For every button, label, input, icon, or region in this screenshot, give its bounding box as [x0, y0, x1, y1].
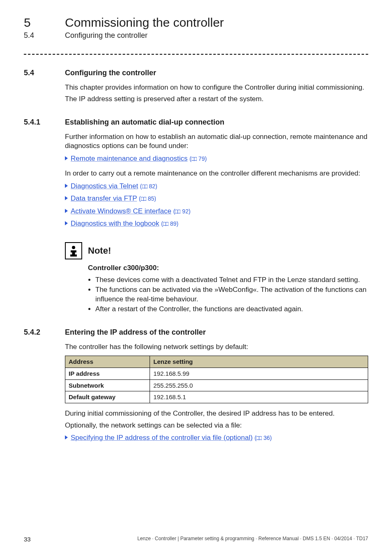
xref-link[interactable]: Remote maintenance and diagnostics (79)	[65, 154, 368, 163]
xref-link[interactable]: Activate Windows® CE interface (92)	[65, 207, 368, 216]
note-item: The functions can be activated via the »…	[95, 285, 368, 304]
xref-page: 79	[198, 155, 205, 162]
xref-link[interactable]: Specifying the IP address of the control…	[65, 433, 368, 442]
xref-page: 89	[170, 220, 177, 227]
note-callout: Note! Controller c300/p300: These device…	[65, 242, 368, 314]
xref-link[interactable]: Diagnostics with the logbook (89)	[65, 219, 368, 228]
section-heading-5-4: Configuring the controller	[65, 69, 156, 77]
xref-label: Diagnostics with the logbook	[71, 220, 159, 227]
paragraph: During initial commissioning of the Cont…	[65, 409, 368, 418]
paragraph: Further information on how to establish …	[65, 132, 368, 151]
table-header: Address	[65, 356, 150, 368]
note-item: These devices come with a deactivated Te…	[95, 275, 368, 284]
section-number-5-4-2: 5.4.2	[24, 328, 65, 337]
paragraph: The controller has the following network…	[65, 342, 368, 352]
footer-line: Lenze · Controller | Parameter setting &…	[137, 536, 368, 543]
paragraph: Optionally, the network settings can be …	[65, 421, 368, 430]
table-cell: 255.255.255.0	[150, 379, 368, 391]
page-footer: 33 Lenze · Controller | Parameter settin…	[24, 536, 368, 543]
table-row: Default gateway 192.168.5.1	[65, 391, 368, 403]
table-cell: 192.168.5.99	[150, 368, 368, 379]
section-number-5-4-1: 5.4.1	[24, 118, 65, 127]
paragraph: The IP address setting is preserved afte…	[65, 95, 368, 104]
xref-label: Activate Windows® CE interface	[71, 207, 171, 215]
xref-label: Diagnostics via Telnet	[71, 182, 138, 190]
xref-page: 36	[263, 435, 270, 441]
table-header: Lenze setting	[150, 356, 368, 368]
section-number-5-4: 5.4	[24, 69, 65, 77]
table-cell: Subnetwork	[65, 379, 150, 391]
header-section-title: Configuring the controller	[65, 31, 148, 40]
info-icon	[65, 242, 82, 259]
header-separator	[24, 54, 368, 55]
xref-label: Remote maintenance and diagnostics	[71, 155, 187, 162]
paragraph: This chapter provides information on how…	[65, 83, 368, 92]
xref-label: Data transfer via FTP	[71, 194, 137, 202]
table-cell: IP address	[65, 368, 150, 379]
book-icon	[256, 436, 262, 440]
xref-link[interactable]: Data transfer via FTP (85)	[65, 194, 368, 203]
xref-label: Specifying the IP address of the control…	[71, 434, 253, 442]
book-icon	[191, 157, 197, 161]
book-icon	[141, 197, 146, 201]
xref-page: 82	[149, 183, 156, 190]
xref-page: 92	[182, 208, 189, 215]
paragraph: In order to carry out a remote maintenan…	[65, 169, 368, 178]
note-list: These devices come with a deactivated Te…	[88, 275, 368, 314]
book-icon	[175, 210, 180, 214]
chapter-title: Commissioning the controller	[65, 16, 224, 30]
table-cell: 192.168.5.1	[150, 391, 368, 403]
table-row: IP address 192.168.5.99	[65, 368, 368, 379]
section-heading-5-4-2: Entering the IP address of the controlle…	[65, 328, 206, 337]
note-title: Note!	[88, 245, 111, 256]
header-section-number: 5.4	[24, 31, 65, 40]
network-settings-table: Address Lenze setting IP address 192.168…	[65, 356, 368, 403]
note-subheading: Controller c300/p300:	[88, 264, 368, 273]
table-cell: Default gateway	[65, 391, 150, 403]
section-heading-5-4-1: Establishing an automatic dial-up connec…	[65, 118, 224, 127]
xref-page: 85	[148, 195, 154, 202]
book-icon	[163, 222, 168, 226]
page-number: 33	[24, 536, 31, 543]
note-item: After a restart of the Controller, the f…	[95, 305, 368, 314]
chapter-number: 5	[24, 16, 65, 30]
book-icon	[142, 185, 148, 189]
xref-link[interactable]: Diagnostics via Telnet (82)	[65, 182, 368, 191]
table-row: Subnetwork 255.255.255.0	[65, 379, 368, 391]
